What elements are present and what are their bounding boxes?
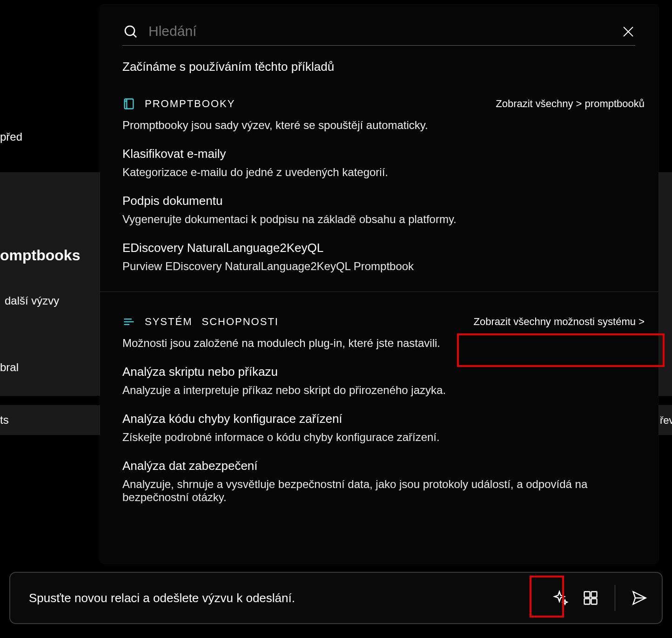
send-icon[interactable] xyxy=(631,590,648,606)
search-icon xyxy=(123,24,138,39)
intro-text: Začínáme s používáním těchto příkladů xyxy=(100,46,659,74)
promptbooks-description: Promptbooky jsou sady výzev, které se sp… xyxy=(100,110,659,132)
prompt-bar-text[interactable]: Spusťte novou relaci a odešlete výzvu k … xyxy=(29,591,552,605)
system-section-header: SYSTÉM SCHOPNOSTI Zobrazit všechny možno… xyxy=(100,292,659,328)
search-row xyxy=(100,5,659,40)
list-icon xyxy=(122,315,135,328)
svg-rect-11 xyxy=(591,592,597,597)
system-item-title: Analýza skriptu nebo příkazu xyxy=(122,365,636,379)
system-item[interactable]: Analýza skriptu nebo příkazu Analyzuje a… xyxy=(100,350,659,397)
promptbook-item-desc: Kategorizace e-mailu do jedné z uvedenýc… xyxy=(122,161,636,179)
prompt-bar: Spusťte novou relaci a odešlete výzvu k … xyxy=(9,572,663,624)
bg-frag-bral: bral xyxy=(0,361,19,374)
search-input[interactable] xyxy=(148,23,611,40)
bg-frag-ts: ts xyxy=(0,414,9,427)
promptbook-item-desc: Vygenerujte dokumentaci k podpisu na zák… xyxy=(122,208,636,226)
svg-rect-10 xyxy=(585,592,590,597)
bg-frag-rev: řev xyxy=(660,414,672,427)
system-item-desc: Analyzuje, shrnuje a vysvětluje bezpečno… xyxy=(122,473,636,504)
system-item[interactable]: Analýza kódu chyby konfigurace zařízení … xyxy=(100,397,659,444)
system-header-label-a: SYSTÉM xyxy=(145,316,192,328)
promptbooks-header-label: PROMPTBOOKY xyxy=(145,98,235,110)
view-all-system-link[interactable]: Zobrazit všechny možnosti systému > xyxy=(474,316,645,328)
svg-point-0 xyxy=(125,26,134,35)
svg-line-1 xyxy=(133,34,136,37)
system-item-title: Analýza kódu chyby konfigurace zařízení xyxy=(122,412,636,426)
promptbook-item-title: EDiscovery NaturalLanguage2KeyQL xyxy=(122,241,636,255)
view-all-promptbooks-link[interactable]: Zobrazit všechny > promptbooků xyxy=(496,98,645,110)
promptbook-item[interactable]: Podpis dokumentu Vygenerujte dokumentaci… xyxy=(100,179,659,226)
promptbook-item-title: Klasifikovat e-maily xyxy=(122,147,636,161)
system-description: Možnosti jsou založené na modulech plug-… xyxy=(100,328,659,350)
system-item-desc: Analyzuje a interpretuje příkaz nebo skr… xyxy=(122,379,636,397)
svg-rect-4 xyxy=(125,99,134,109)
bg-frag-more-prompts: další výzvy xyxy=(5,294,59,307)
suggestions-panel: Začínáme s používáním těchto příkladů PR… xyxy=(100,5,659,563)
system-header-label-b: SCHOPNOSTI xyxy=(202,316,278,328)
close-icon[interactable] xyxy=(621,25,635,39)
promptbook-item-desc: Purview EDiscovery NaturalLanguage2KeyQL… xyxy=(122,255,636,273)
bg-frag-promptbooks: omptbooks xyxy=(0,247,80,264)
svg-rect-13 xyxy=(591,599,597,604)
promptbook-item[interactable]: Klasifikovat e-maily Kategorizace e-mail… xyxy=(100,132,659,179)
promptbook-item-title: Podpis dokumentu xyxy=(122,194,636,208)
system-item-title: Analýza dat zabezpečení xyxy=(122,459,636,473)
sparkle-icon[interactable] xyxy=(552,590,569,606)
book-icon xyxy=(122,97,135,110)
prompt-bar-actions xyxy=(552,585,648,611)
system-item-desc: Získejte podrobné informace o kódu chyby… xyxy=(122,426,636,444)
svg-rect-12 xyxy=(585,599,590,604)
bg-time-label: před xyxy=(0,130,22,143)
system-item[interactable]: Analýza dat zabezpečení Analyzuje, shrnu… xyxy=(100,444,659,504)
promptbooks-section-header: PROMPTBOOKY Zobrazit všechny > promptboo… xyxy=(100,74,659,110)
actions-divider xyxy=(615,585,615,611)
promptbook-item[interactable]: EDiscovery NaturalLanguage2KeyQL Purview… xyxy=(100,226,659,273)
apps-icon[interactable] xyxy=(582,590,599,606)
